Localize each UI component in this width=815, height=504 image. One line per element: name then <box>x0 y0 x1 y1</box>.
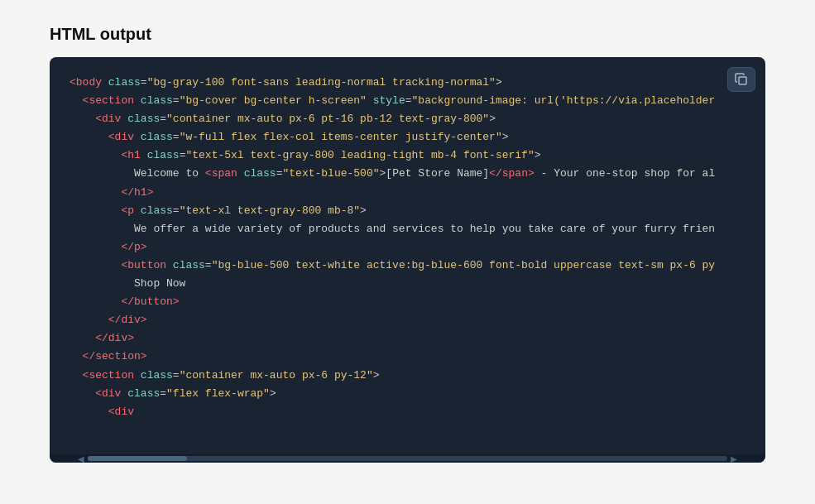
code-line: Shop Now <box>70 275 745 293</box>
code-line: </p> <box>70 238 745 257</box>
code-content[interactable]: <body class="bg-gray-100 font-sans leadi… <box>70 74 745 421</box>
scrollbar-container: ◀ ▶ <box>50 454 765 463</box>
code-line: <h1 class="text-5xl text-gray-800 leadin… <box>70 146 745 165</box>
copy-button[interactable] <box>727 67 755 92</box>
code-line: We offer a wide variety of products and … <box>70 220 745 238</box>
code-line: <section class="bg-cover bg-center h-scr… <box>70 92 745 110</box>
scroll-left-arrow[interactable]: ◀ <box>74 454 88 463</box>
scroll-right-arrow[interactable]: ▶ <box>727 454 741 463</box>
code-line: </div> <box>70 329 745 348</box>
code-line: <section class="container mx-auto px-6 p… <box>70 367 745 385</box>
code-line: <body class="bg-gray-100 font-sans leadi… <box>70 74 745 92</box>
code-line: </button> <box>70 293 745 311</box>
code-line: </section> <box>70 348 745 366</box>
code-line: <div class="container mx-auto px-6 pt-16… <box>70 110 745 128</box>
scrollbar-thumb[interactable] <box>88 456 187 461</box>
scrollbar-track <box>88 456 727 461</box>
code-line: <div class="flex flex-wrap"> <box>70 385 745 403</box>
page-title: HTML output <box>50 25 765 44</box>
code-line: </div> <box>70 311 745 329</box>
code-line: </h1> <box>70 184 745 202</box>
code-window: <body class="bg-gray-100 font-sans leadi… <box>50 57 765 463</box>
svg-rect-0 <box>739 77 746 84</box>
page-container: HTML output <body class="bg-gray-100 fon… <box>0 17 815 471</box>
code-line: <button class="bg-blue-500 text-white ac… <box>70 257 745 275</box>
code-line: <p class="text-xl text-gray-800 mb-8"> <box>70 202 745 220</box>
code-line: <div class="w-full flex flex-col items-c… <box>70 128 745 146</box>
code-line: <div <box>70 403 745 421</box>
code-line: Welcome to <span class="text-blue-500">[… <box>70 165 745 183</box>
